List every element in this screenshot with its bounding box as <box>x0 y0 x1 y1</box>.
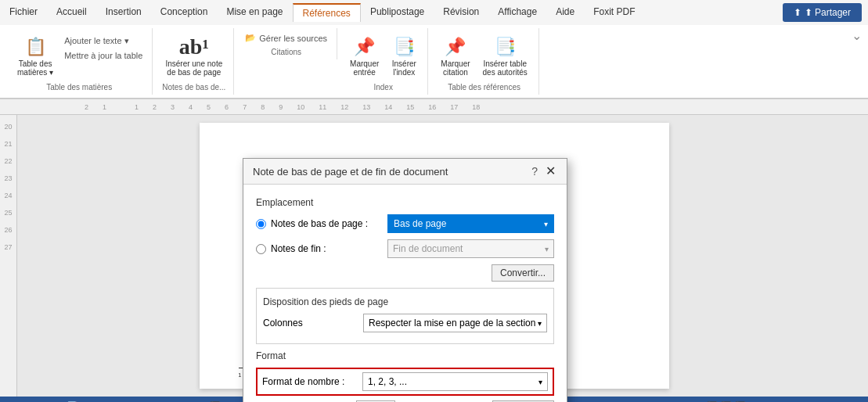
document-area: 2021222324252627 ¹ Apprendre c... ...vor… <box>0 115 868 397</box>
table-matieres-btn[interactable]: 📋 Table desmatières ▾ <box>13 31 58 80</box>
table-matieres-label: Table desmatières ▾ <box>17 59 53 77</box>
share-button[interactable]: ⬆ ⬆ Partager <box>783 3 862 22</box>
marquer-entree-label: Marquerentrée <box>350 59 379 77</box>
inserer-note-btn[interactable]: ab¹ Insérer une notede bas de page <box>160 31 227 80</box>
ribbon-group-notes: ab¹ Insérer une notede bas de page Notes… <box>154 28 234 95</box>
tab-fichier[interactable]: Fichier <box>0 3 47 22</box>
index-group-label: Index <box>373 80 392 92</box>
format-nombre-row: Format de nombre : 1, 2, 3, ... ▾ <box>262 372 548 391</box>
inserer-index-icon: 📑 <box>391 34 416 59</box>
ajouter-texte-btn[interactable]: Ajouter le texte ▾ <box>61 34 146 48</box>
ruler-marks: 21 123456789101112131415161718 <box>22 103 862 111</box>
ribbon-tab-bar: Fichier Accueil Insertion Conception Mis… <box>0 0 868 25</box>
colonnes-label: Colonnes <box>263 318 357 328</box>
bas-de-page-value: Bas de page <box>394 218 446 229</box>
table-matieres-group-label: Table des matières <box>46 80 112 92</box>
format-header: Format <box>256 350 554 361</box>
ribbon-content: 📋 Table desmatières ▾ Ajouter le texte ▾… <box>0 25 868 99</box>
vertical-ruler: 2021222324252627 <box>0 115 17 397</box>
notes-bas-row: Notes de bas de page : Bas de page ▾ <box>256 214 554 233</box>
dialog-title: Note de bas de page et de fin de documen… <box>253 166 448 178</box>
notes-fin-label: Notes de fin : <box>271 243 326 254</box>
fin-document-arrow: ▾ <box>545 245 549 253</box>
fin-document-value: Fin de document <box>393 243 463 254</box>
colonnes-arrow: ▾ <box>538 319 542 328</box>
inserer-table-btn[interactable]: 📑 Insérer tabledes autorités <box>478 31 532 80</box>
ribbon: Fichier Accueil Insertion Conception Mis… <box>0 0 868 99</box>
inserer-note-label: Insérer une notede bas de page <box>165 59 222 77</box>
notes-group-label: Notes de bas de... <box>162 80 225 92</box>
sources-group-label: Citations <box>271 45 301 56</box>
tab-aide[interactable]: Aide <box>546 3 584 22</box>
format-nombre-select[interactable]: 1, 2, 3, ... ▾ <box>362 372 548 391</box>
inserer-index-label: Insérerl'index <box>392 59 416 77</box>
tab-accueil[interactable]: Accueil <box>47 3 96 22</box>
inserer-index-btn[interactable]: 📑 Insérerl'index <box>387 31 421 80</box>
table-matieres-icon: 📋 <box>23 34 48 59</box>
ribbon-group-table-ref: 📌 Marquercitation 📑 Insérer tabledes aut… <box>430 28 539 95</box>
tab-mise-en-page[interactable]: Mise en page <box>217 3 292 22</box>
tab-revision[interactable]: Révision <box>434 3 488 22</box>
share-label: ⬆ Partager <box>805 7 851 18</box>
tab-affichage[interactable]: Affichage <box>488 3 546 22</box>
inserer-note-icon: ab¹ <box>182 34 207 59</box>
marquer-citation-btn[interactable]: 📌 Marquercitation <box>436 31 474 80</box>
footnote-dialog: Note de bas de page et de fin de documen… <box>243 158 567 402</box>
colonnes-row: Colonnes Respecter la mise en page de la… <box>263 314 547 332</box>
format-section: Format Format de nombre : 1, 2, 3, ... ▾… <box>256 350 554 402</box>
tab-references[interactable]: Références <box>293 3 361 22</box>
notes-fin-radio-label[interactable]: Notes de fin : <box>256 243 381 254</box>
help-icon[interactable]: ? <box>531 165 538 178</box>
mettre-a-jour-btn[interactable]: Mettre à jour la table <box>61 49 146 62</box>
format-nombre-arrow: ▾ <box>538 378 542 386</box>
emplacement-header: Emplacement <box>256 197 554 208</box>
colonnes-value: Respecter la mise en page de la section <box>369 318 535 328</box>
close-icon[interactable]: ✕ <box>544 165 557 178</box>
notes-fin-radio[interactable] <box>256 244 266 254</box>
inserer-table-label: Insérer tabledes autorités <box>483 59 528 77</box>
format-nombre-box: Format de nombre : 1, 2, 3, ... ▾ <box>256 368 554 396</box>
ribbon-group-index: 📌 Marquerentrée 📑 Insérerl'index Index <box>339 28 428 95</box>
colonnes-select[interactable]: Respecter la mise en page de la section … <box>363 314 547 332</box>
dialog-controls: ? ✕ <box>531 165 557 178</box>
tab-foxit[interactable]: Foxit PDF <box>584 3 644 22</box>
disposition-header: Disposition des pieds de page <box>263 296 547 307</box>
gerer-sources-icon: 📂 <box>245 33 256 43</box>
notes-bas-radio-label[interactable]: Notes de bas de page : <box>256 218 381 229</box>
share-icon: ⬆ <box>794 7 801 18</box>
tab-conception[interactable]: Conception <box>151 3 218 22</box>
ribbon-expand-btn[interactable]: ⌄ <box>852 28 862 43</box>
convert-button[interactable]: Convertir... <box>492 264 554 282</box>
notes-bas-label: Notes de bas de page : <box>271 218 368 229</box>
marquer-entree-icon: 📌 <box>352 34 377 59</box>
horizontal-ruler: 21 123456789101112131415161718 <box>0 99 868 115</box>
bas-de-page-select[interactable]: Bas de page ▾ <box>387 214 554 233</box>
table-ref-group-label: Table des références <box>448 80 520 92</box>
inserer-table-icon: 📑 <box>492 34 517 59</box>
gerer-sources-btn[interactable]: 📂 Gérer les sources <box>242 31 330 45</box>
format-nombre-label: Format de nombre : <box>262 376 356 387</box>
ribbon-group-table: 📋 Table desmatières ▾ Ajouter le texte ▾… <box>6 28 153 95</box>
dialog-body: Emplacement Notes de bas de page : Bas d… <box>243 185 567 402</box>
ribbon-top-right: ⬆ ⬆ Partager <box>776 0 868 25</box>
format-nombre-value: 1, 2, 3, ... <box>368 376 407 387</box>
mettre-a-jour-label: Mettre à jour la table <box>64 51 142 60</box>
gerer-sources-label: Gérer les sources <box>259 34 327 43</box>
tab-insertion[interactable]: Insertion <box>96 3 151 22</box>
ribbon-group-sources: 📂 Gérer les sources Citations <box>236 28 337 59</box>
disposition-section: Disposition des pieds de page Colonnes R… <box>256 288 554 344</box>
ajouter-texte-label: Ajouter le texte ▾ <box>64 36 128 46</box>
ribbon-tabs: Fichier Accueil Insertion Conception Mis… <box>0 3 776 22</box>
marquer-entree-btn[interactable]: 📌 Marquerentrée <box>345 31 384 80</box>
marquer-citation-label: Marquercitation <box>441 59 470 77</box>
notes-fin-row: Notes de fin : Fin de document ▾ <box>256 239 554 258</box>
notes-bas-radio[interactable] <box>256 219 266 229</box>
tab-publipostage[interactable]: Publipostage <box>361 3 434 22</box>
dialog-titlebar: Note de bas de page et de fin de documen… <box>243 159 567 185</box>
bas-de-page-arrow: ▾ <box>544 220 548 228</box>
fin-document-select[interactable]: Fin de document ▾ <box>387 239 554 258</box>
marquer-citation-icon: 📌 <box>443 34 468 59</box>
